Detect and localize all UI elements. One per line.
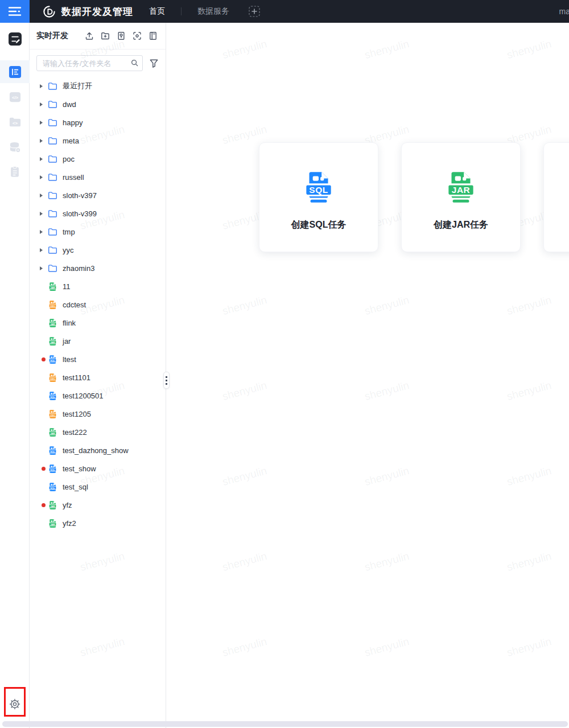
upload-button[interactable] bbox=[85, 31, 94, 40]
folder-icon bbox=[48, 264, 57, 273]
rail-item-resource-folder[interactable]: <> bbox=[0, 110, 30, 133]
tree-task-row[interactable]: JARtest222 bbox=[30, 423, 166, 441]
svg-text:CDC: CDC bbox=[50, 304, 55, 307]
tree-item-label: tmp bbox=[63, 228, 75, 236]
task-panel: 实时开发 bbox=[30, 23, 166, 728]
sql-file-icon: SQL bbox=[48, 391, 57, 401]
caret-right-icon bbox=[39, 175, 44, 180]
tree-folder-row[interactable]: happy bbox=[30, 113, 166, 131]
folder-icon bbox=[48, 154, 57, 164]
jar-file-icon: JAR bbox=[48, 427, 57, 437]
svg-text:JAR: JAR bbox=[50, 340, 55, 343]
focus-button[interactable] bbox=[133, 31, 142, 40]
tree-folder-row[interactable]: poc bbox=[30, 150, 166, 168]
tree-task-row[interactable]: SQLtest1200501 bbox=[30, 386, 166, 405]
horizontal-scrollbar[interactable] bbox=[2, 721, 568, 727]
tree-item-label: meta bbox=[63, 137, 79, 145]
jar-file-icon: JAR bbox=[48, 318, 57, 328]
search-row bbox=[30, 50, 166, 76]
tree-folder-row[interactable]: sloth-v399 bbox=[30, 204, 166, 223]
cdc-file-icon: CDC bbox=[48, 373, 57, 382]
tree-item-label: test222 bbox=[63, 428, 87, 437]
tree-task-row[interactable]: SQLtest_sql bbox=[30, 478, 166, 496]
rail-item-database[interactable] bbox=[0, 135, 30, 158]
jar-file-icon: JAR bbox=[48, 336, 57, 346]
tree-item-label: cdctest bbox=[63, 301, 86, 309]
nav-item-data-service[interactable]: 数据服务 bbox=[194, 6, 233, 17]
tree-item-label: jar bbox=[63, 337, 71, 346]
caret-right-icon bbox=[39, 138, 44, 143]
app-logo bbox=[42, 5, 56, 19]
tree-task-row[interactable]: SQLltest bbox=[30, 350, 166, 368]
hamburger-menu-icon bbox=[8, 5, 22, 18]
jar-file-icon: JAR bbox=[48, 519, 57, 528]
settings-button[interactable] bbox=[9, 698, 20, 712]
create-jar-task-label: 创建JAR任务 bbox=[434, 219, 488, 231]
tree-task-row[interactable]: CDCtest1101 bbox=[30, 368, 166, 386]
tree-folder-row[interactable]: dwd bbox=[30, 95, 166, 113]
locate-task-button[interactable] bbox=[117, 31, 126, 40]
tree-task-row[interactable]: JARjar bbox=[30, 332, 166, 350]
upload-icon bbox=[85, 31, 94, 40]
jar-file-icon: JAR bbox=[48, 500, 57, 510]
folder-icon bbox=[48, 136, 57, 146]
tree-task-row[interactable]: CDCcdctest bbox=[30, 295, 166, 314]
collapse-panel-button[interactable] bbox=[149, 31, 158, 40]
top-header: 数据开发及管理 首页 数据服务 ma bbox=[0, 0, 569, 23]
tree-folder-row[interactable]: 最近打开 bbox=[30, 77, 166, 95]
panel-header: 实时开发 bbox=[30, 23, 166, 50]
new-tab-button[interactable] bbox=[249, 6, 260, 17]
rail-item-code[interactable]: </> bbox=[0, 85, 30, 108]
svg-text:SQL: SQL bbox=[309, 185, 328, 195]
code-icon: </> bbox=[9, 91, 22, 104]
create-sql-task-card[interactable]: SQL 创建SQL任务 bbox=[259, 142, 378, 252]
svg-text:<>: <> bbox=[13, 120, 18, 125]
create-jar-task-card[interactable]: JAR 创建JAR任务 bbox=[401, 142, 521, 252]
tree-task-row[interactable]: SQLtest_show bbox=[30, 459, 166, 478]
caret-right-icon bbox=[39, 120, 44, 125]
tree-item-label: yfz bbox=[63, 501, 72, 509]
caret-right-icon bbox=[39, 229, 44, 235]
caret-right-icon bbox=[39, 248, 44, 253]
clipboard-icon bbox=[9, 166, 21, 178]
rail-item-logs[interactable] bbox=[0, 161, 30, 183]
sql-file-icon: SQL bbox=[48, 482, 57, 492]
nav-item-home[interactable]: 首页 bbox=[146, 6, 168, 17]
sql-file-icon: SQL bbox=[300, 168, 337, 206]
tree-task-row[interactable]: JARyfz2 bbox=[30, 514, 166, 532]
svg-text:</>: </> bbox=[11, 94, 18, 100]
d-logo-icon bbox=[42, 5, 56, 19]
tree-task-row[interactable]: JAR11 bbox=[30, 277, 166, 295]
username[interactable]: ma bbox=[559, 0, 569, 23]
panel-resize-handle[interactable] bbox=[163, 372, 170, 389]
tree-folder-row[interactable]: meta bbox=[30, 131, 166, 150]
filter-button[interactable] bbox=[149, 59, 159, 68]
tree-item-label: yfz2 bbox=[63, 519, 76, 528]
new-folder-button[interactable] bbox=[101, 31, 110, 40]
tree-task-row[interactable]: JARyfz bbox=[30, 496, 166, 514]
tree-folder-row[interactable]: zhaomin3 bbox=[30, 259, 166, 277]
menu-button[interactable] bbox=[0, 0, 30, 23]
modified-dot bbox=[42, 357, 46, 361]
svg-text:JAR: JAR bbox=[50, 286, 55, 289]
resource-folder-icon: <> bbox=[9, 116, 22, 129]
tree-folder-row[interactable]: yyc bbox=[30, 241, 166, 259]
rail-item-dev-workspace[interactable] bbox=[0, 27, 30, 50]
tree-item-label: test1101 bbox=[63, 373, 90, 382]
cdc-file-icon: CDC bbox=[48, 300, 57, 310]
folder-icon bbox=[48, 81, 57, 91]
tree-folder-row[interactable]: tmp bbox=[30, 223, 166, 241]
partial-card[interactable] bbox=[543, 142, 569, 252]
tree-item-label: 最近打开 bbox=[63, 81, 92, 91]
tree-folder-row[interactable]: russell bbox=[30, 168, 166, 186]
tree-folder-row[interactable]: sloth-v397 bbox=[30, 186, 166, 204]
caret-right-icon bbox=[39, 211, 44, 216]
dev-edit-icon bbox=[8, 32, 22, 46]
svg-text:JAR: JAR bbox=[50, 504, 55, 507]
search-input[interactable] bbox=[36, 55, 143, 71]
rail-item-task-tree[interactable] bbox=[0, 60, 30, 83]
tree-task-row[interactable]: SQLtest_dazhong_show bbox=[30, 441, 166, 459]
create-sql-task-label: 创建SQL任务 bbox=[291, 219, 347, 231]
tree-task-row[interactable]: CDCtest1205 bbox=[30, 405, 166, 423]
tree-task-row[interactable]: JARflink bbox=[30, 314, 166, 332]
